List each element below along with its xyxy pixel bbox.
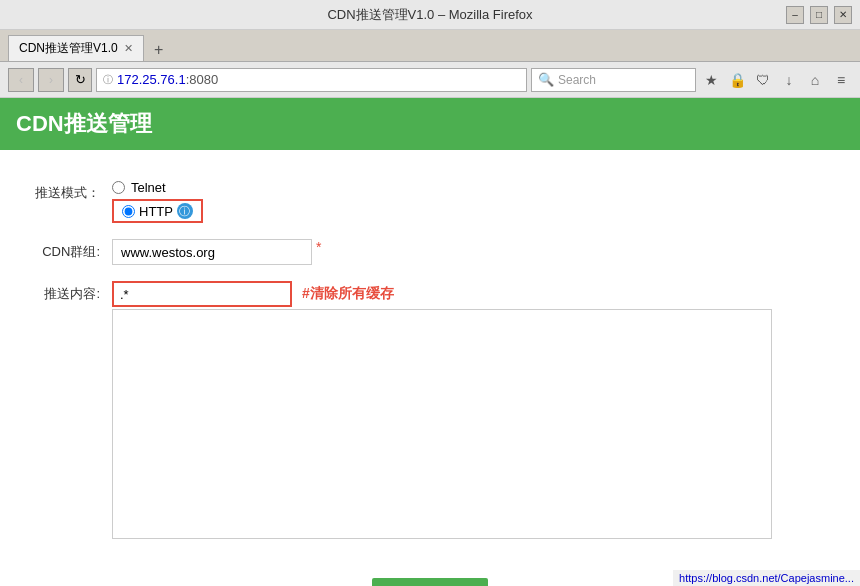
window-title: CDN推送管理V1.0 – Mozilla Firefox (327, 6, 532, 24)
menu-icon[interactable]: ≡ (830, 69, 852, 91)
http-option[interactable]: HTTP ⓘ (112, 199, 203, 223)
tab-cdn[interactable]: CDN推送管理V1.0 ✕ (8, 35, 144, 61)
forward-icon: › (49, 73, 53, 87)
mode-label: 推送模式： (20, 180, 100, 202)
bookmark-icon[interactable]: ★ (700, 69, 722, 91)
download-icon[interactable]: ↓ (778, 69, 800, 91)
cdn-required-star: * (316, 239, 321, 255)
tab-close-button[interactable]: ✕ (124, 42, 133, 55)
address-host: 172.25.76.1:8080 (117, 72, 520, 87)
status-bar: https://blog.csdn.net/Capejasmine... (673, 570, 860, 586)
content-row: 推送内容: #清除所有缓存 (20, 281, 840, 542)
lock-icon[interactable]: 🔒 (726, 69, 748, 91)
home-icon[interactable]: ⌂ (804, 69, 826, 91)
main-content: 推送模式： Telnet HTTP ⓘ CDN群组: * (0, 150, 860, 586)
telnet-radio[interactable] (112, 181, 125, 194)
tab-label: CDN推送管理V1.0 (19, 40, 118, 57)
window-controls: – □ ✕ (786, 6, 852, 24)
status-url: https://blog.csdn.net/Capejasmine... (679, 572, 854, 584)
nav-bar: ‹ › ↻ ⓘ 172.25.76.1:8080 🔍 Search ★ 🔒 🛡 … (0, 62, 860, 98)
cdn-group-row: CDN群组: * (20, 239, 840, 265)
cdn-group-label: CDN群组: (20, 239, 100, 261)
search-bar[interactable]: 🔍 Search (531, 68, 696, 92)
content-input-wrap (112, 281, 292, 307)
mode-radio-group: Telnet HTTP ⓘ (112, 180, 203, 223)
http-box: HTTP ⓘ (112, 199, 203, 223)
page-header: CDN推送管理 (0, 98, 860, 150)
content-input[interactable] (120, 287, 284, 302)
forward-button[interactable]: › (38, 68, 64, 92)
telnet-option[interactable]: Telnet (112, 180, 203, 195)
reload-button[interactable]: ↻ (68, 68, 92, 92)
back-icon: ‹ (19, 73, 23, 87)
content-label: 推送内容: (20, 281, 100, 303)
content-textarea[interactable] (112, 309, 772, 539)
maximize-button[interactable]: □ (810, 6, 828, 24)
nav-icons: ★ 🔒 🛡 ↓ ⌂ ≡ (700, 69, 852, 91)
address-bar[interactable]: ⓘ 172.25.76.1:8080 (96, 68, 527, 92)
http-label: HTTP (139, 204, 173, 219)
form-section: 推送模式： Telnet HTTP ⓘ CDN群组: * (0, 170, 860, 568)
submit-button[interactable]: 确认提交 (372, 578, 488, 586)
http-info-icon[interactable]: ⓘ (177, 203, 193, 219)
http-radio[interactable] (122, 205, 135, 218)
tab-bar: CDN推送管理V1.0 ✕ + (0, 30, 860, 62)
search-icon: 🔍 (538, 72, 554, 87)
mode-row: 推送模式： Telnet HTTP ⓘ (20, 180, 840, 223)
close-button[interactable]: ✕ (834, 6, 852, 24)
search-placeholder: Search (558, 73, 596, 87)
content-hint: #清除所有缓存 (302, 281, 394, 303)
title-bar: CDN推送管理V1.0 – Mozilla Firefox – □ ✕ (0, 0, 860, 30)
minimize-button[interactable]: – (786, 6, 804, 24)
new-tab-button[interactable]: + (148, 39, 170, 61)
reload-icon: ↻ (75, 72, 86, 87)
address-protocol-icon: ⓘ (103, 73, 113, 87)
back-button[interactable]: ‹ (8, 68, 34, 92)
page-title: CDN推送管理 (16, 109, 152, 139)
telnet-label: Telnet (131, 180, 166, 195)
cdn-group-input[interactable] (112, 239, 312, 265)
shield-icon[interactable]: 🛡 (752, 69, 774, 91)
